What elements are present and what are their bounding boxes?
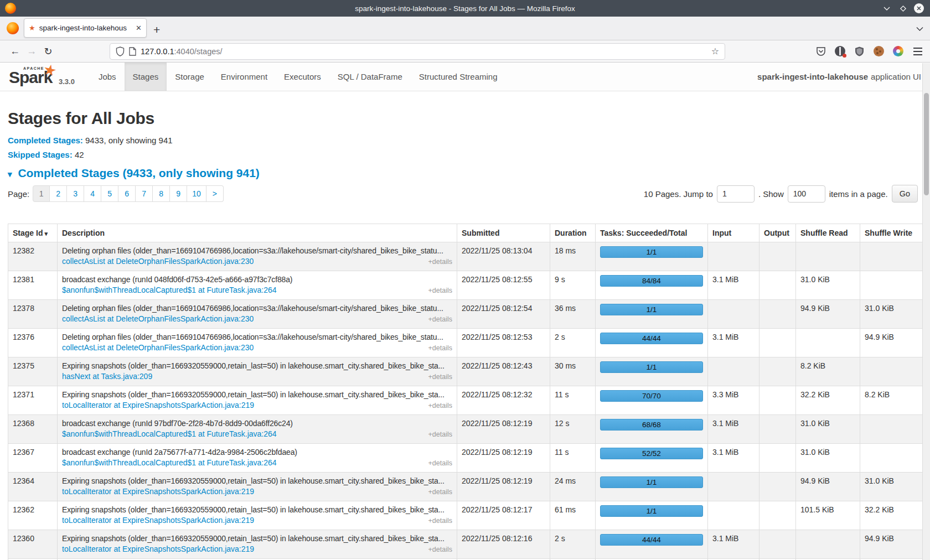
window-close-button[interactable] — [914, 3, 924, 13]
pocket-icon[interactable] — [815, 45, 826, 57]
shuffle-read-cell — [796, 530, 860, 559]
tasks-progress-label: 52/52 — [642, 449, 661, 458]
forward-button[interactable]: → — [23, 44, 40, 59]
stage-callsite-link[interactable]: toLocalIterator at ExpireSnapshotsSparkA… — [62, 516, 254, 525]
pagination-page-10[interactable]: 10 — [187, 185, 206, 202]
reload-button[interactable]: ↻ — [40, 44, 56, 59]
pagination-page-3[interactable]: 3 — [67, 185, 84, 202]
input-cell — [708, 300, 760, 329]
pagination-next-button[interactable]: > — [206, 185, 224, 202]
shuffle-read-cell: 94.9 KiB — [796, 473, 860, 501]
completed-stages-section-toggle[interactable]: ▾ Completed Stages (9433, only showing 9… — [8, 167, 930, 180]
tasks-progress-bar: 52/52 — [600, 448, 703, 459]
column-header-stage-id[interactable]: Stage Id▾ — [8, 224, 58, 242]
nav-tab-storage[interactable]: Storage — [167, 63, 213, 91]
details-toggle[interactable]: +details — [428, 459, 452, 467]
nav-tab-executors[interactable]: Executors — [276, 63, 329, 91]
site-info-page-icon[interactable] — [129, 47, 136, 56]
stage-callsite-link[interactable]: toLocalIterator at ExpireSnapshotsSparkA… — [62, 487, 254, 496]
page-scrollbar[interactable] — [922, 63, 930, 560]
pagination-page-1[interactable]: 1 — [33, 185, 50, 202]
pagination-page-2[interactable]: 2 — [50, 185, 67, 202]
firefox-app-icon — [4, 19, 21, 38]
tasks-cell: 44/44 — [596, 530, 708, 559]
nav-tab-structured-streaming[interactable]: Structured Streaming — [411, 63, 506, 91]
stage-callsite-link[interactable]: collectAsList at DeleteOrphanFilesSparkA… — [62, 343, 254, 352]
details-toggle[interactable]: +details — [428, 517, 452, 525]
submitted-cell: 2022/11/25 08:12:32 — [457, 386, 550, 415]
tab-close-icon[interactable]: ✕ — [136, 24, 142, 32]
items-per-page-input[interactable] — [788, 185, 825, 203]
stage-callsite-link[interactable]: $anonfun$withThreadLocalCaptured$1 at Fu… — [62, 286, 277, 294]
pagination-page-8[interactable]: 8 — [153, 185, 170, 202]
tasks-cell: 44/44 — [596, 329, 708, 357]
column-header-submitted[interactable]: Submitted — [457, 224, 550, 242]
url-text[interactable]: 127.0.0.1:4040/stages/ — [141, 47, 707, 56]
stage-callsite-link[interactable]: $anonfun$withThreadLocalCaptured$1 at Fu… — [62, 429, 277, 438]
output-cell — [760, 415, 796, 444]
column-header-shuffle-read[interactable]: Shuffle Read — [796, 224, 860, 242]
browser-tab[interactable]: ★ spark-ingest-into-lakehous ✕ — [24, 18, 147, 38]
spark-header: APACHE Spark ★ 3.3.0 JobsStagesStorageEn… — [0, 63, 930, 91]
details-toggle[interactable]: +details — [428, 315, 452, 323]
new-tab-button[interactable]: + — [153, 24, 160, 35]
cookie-icon[interactable] — [873, 45, 885, 57]
tracking-protection-shield-icon[interactable] — [116, 46, 125, 56]
details-toggle[interactable]: +details — [428, 287, 452, 294]
tasks-cell: 68/68 — [596, 415, 708, 444]
column-header-tasks-succeeded-total[interactable]: Tasks: Succeeded/Total — [596, 224, 708, 242]
stage-callsite-link[interactable]: hasNext at Tasks.java:209 — [62, 372, 152, 381]
stage-description: broadcast exchange (runId 97bdf70e-2f28-… — [62, 419, 452, 428]
input-cell: 3.1 MiB — [708, 329, 760, 357]
details-toggle[interactable]: +details — [428, 546, 452, 553]
privacy-badger-icon[interactable] — [834, 45, 846, 57]
shuffle-read-cell: 101.5 KiB — [796, 501, 860, 530]
jump-to-page-input[interactable] — [717, 185, 755, 203]
tasks-progress-bar: 1/1 — [600, 246, 703, 258]
stage-callsite-link[interactable]: $anonfun$withThreadLocalCaptured$1 at Fu… — [62, 458, 277, 467]
window-minimize-button[interactable] — [882, 3, 892, 13]
details-toggle[interactable]: +details — [428, 488, 452, 496]
description-cell: Expiring snapshots (older_than=166932055… — [58, 357, 457, 386]
colorful-extension-icon[interactable] — [892, 45, 904, 57]
details-toggle[interactable]: +details — [428, 258, 452, 266]
input-cell: 3.1 MiB — [708, 530, 760, 559]
nav-tab-jobs[interactable]: Jobs — [90, 63, 125, 91]
window-maximize-button[interactable] — [898, 3, 908, 13]
column-header-shuffle-write[interactable]: Shuffle Write — [860, 224, 923, 242]
details-toggle[interactable]: +details — [428, 373, 452, 381]
pagination-page-4[interactable]: 4 — [84, 185, 101, 202]
bookmark-star-icon[interactable]: ☆ — [711, 46, 719, 56]
pagination-page-6[interactable]: 6 — [118, 185, 136, 202]
details-toggle[interactable]: +details — [428, 402, 452, 409]
pagination-page-7[interactable]: 7 — [136, 185, 153, 202]
details-toggle[interactable]: +details — [428, 344, 452, 352]
address-bar[interactable]: 127.0.0.1:4040/stages/ ☆ — [110, 43, 725, 60]
menu-hamburger-icon[interactable] — [912, 45, 923, 57]
stage-callsite-link[interactable]: collectAsList at DeleteOrphanFilesSparkA… — [62, 314, 254, 323]
column-header-description[interactable]: Description — [58, 224, 457, 242]
pagination-page-9[interactable]: 9 — [170, 185, 187, 202]
stage-callsite-link[interactable]: collectAsList at DeleteOrphanFilesSparkA… — [62, 257, 254, 266]
output-cell — [760, 501, 796, 530]
pagination-page-5[interactable]: 5 — [101, 185, 118, 202]
tasks-progress-bar: 1/1 — [600, 476, 703, 488]
stage-row: 12376 Deleting orphan files (older_than=… — [8, 329, 923, 357]
spark-logo[interactable]: APACHE Spark ★ — [9, 65, 54, 89]
nav-tab-stages[interactable]: Stages — [125, 63, 167, 91]
scrollbar-thumb[interactable] — [924, 93, 929, 195]
nav-tab-environment[interactable]: Environment — [213, 63, 276, 91]
description-cell: broadcast exchange (runId 97bdf70e-2f28-… — [58, 415, 457, 444]
back-button[interactable]: ← — [7, 44, 23, 59]
column-header-duration[interactable]: Duration — [550, 224, 596, 242]
ublock-origin-icon[interactable] — [854, 45, 865, 57]
details-toggle[interactable]: +details — [428, 431, 452, 438]
list-all-tabs-icon[interactable] — [916, 23, 923, 33]
stage-callsite-link[interactable]: toLocalIterator at ExpireSnapshotsSparkA… — [62, 401, 254, 409]
stage-callsite-link[interactable]: toLocalIterator at ExpireSnapshotsSparkA… — [62, 545, 254, 553]
tasks-progress-label: 1/1 — [647, 507, 657, 515]
column-header-output[interactable]: Output — [760, 224, 796, 242]
go-button[interactable]: Go — [892, 185, 918, 203]
nav-tab-sql-dataframe[interactable]: SQL / DataFrame — [329, 63, 411, 91]
column-header-input[interactable]: Input — [708, 224, 760, 242]
